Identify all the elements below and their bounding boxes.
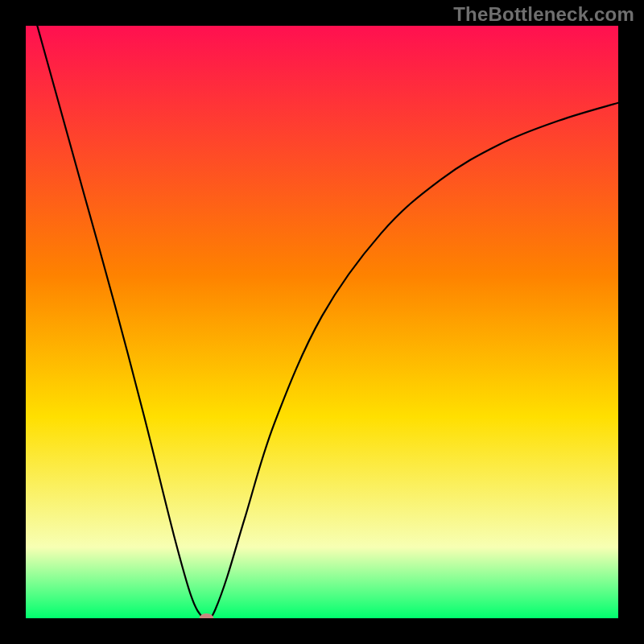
curve-layer [26,26,618,618]
chart-stage: TheBottleneck.com [0,0,644,644]
bottleneck-curve [26,26,618,618]
plot-area [26,26,618,618]
watermark-text: TheBottleneck.com [453,3,634,26]
minimum-marker [200,613,214,618]
